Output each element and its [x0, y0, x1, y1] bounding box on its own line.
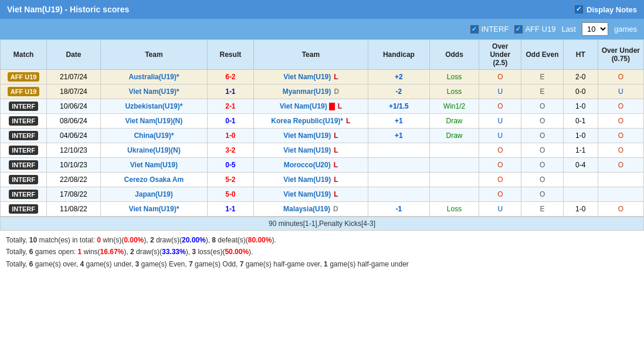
match-score: 1-1	[208, 202, 253, 217]
odds-value	[429, 158, 479, 173]
aff-filter[interactable]: AFF U19	[514, 25, 555, 33]
aff-label: AFF U19	[525, 25, 555, 33]
match-date: 22/08/22	[47, 173, 100, 187]
team1-name: Viet Nam(U19)	[100, 158, 208, 173]
over-under-25-value: O	[479, 70, 521, 85]
badge-label: INTERF	[9, 102, 38, 111]
interf-checkbox[interactable]	[470, 25, 479, 33]
summary-text-part: game(s) under,	[84, 260, 135, 268]
summary-text-part: ),	[124, 248, 130, 256]
odds-value: Loss	[429, 202, 479, 217]
match-badge: INTERF	[1, 202, 47, 217]
badge-label: AFF U19	[8, 72, 40, 82]
header-team1: Team	[100, 40, 208, 70]
summary-text-part: 0	[97, 236, 101, 244]
result-letter: L	[334, 131, 338, 140]
match-score: 0-5	[208, 158, 253, 173]
match-badge: INTERF	[1, 129, 47, 143]
match-date: 17/08/22	[47, 187, 100, 202]
aff-checkbox[interactable]	[514, 25, 523, 33]
over-under-075-value	[598, 187, 643, 202]
summary-text-part: 50.00%	[225, 248, 249, 256]
ht-score: 0-4	[563, 158, 598, 173]
ht-score: 0-0	[563, 85, 598, 99]
team2-name: Viet Nam(U19)	[283, 73, 331, 81]
team1-name: Cerezo Osaka Am	[100, 173, 208, 187]
summary-text-part: 2	[130, 248, 134, 256]
handicap-value: -1	[368, 202, 429, 217]
match-badge: AFF U19	[1, 70, 47, 85]
odd-even-value: O	[521, 158, 564, 173]
team1-name: Japan(U19)	[100, 187, 208, 202]
odds-value: Win1/2	[429, 99, 479, 114]
summary-text-part: ).	[272, 236, 276, 244]
team1-name: Viet Nam(U19)*	[100, 85, 208, 99]
match-badge: AFF U19	[1, 85, 47, 99]
ht-score: 1-0	[563, 202, 598, 217]
table-row: INTERF17/08/22Japan(U19)5-0Viet Nam(U19)…	[1, 187, 644, 202]
red-card-icon	[329, 103, 335, 110]
team2-cell: Viet Nam(U19)L	[253, 143, 368, 158]
interf-filter[interactable]: INTERF	[470, 25, 509, 33]
badge-label: INTERF	[9, 146, 38, 155]
summary-text-part: Totally,	[6, 236, 29, 244]
over-under-075-value	[598, 173, 643, 187]
summary-section: Totally, 10 match(es) in total: 0 win(s)…	[0, 231, 644, 274]
over-under-25-value: O	[479, 143, 521, 158]
over-under-075-value: O	[598, 129, 643, 143]
summary-line: Totally, 6 games open: 1 wins(16.67%), 2…	[6, 246, 638, 258]
result-letter: D	[334, 87, 339, 96]
table-row: INTERF22/08/22Cerezo Osaka Am5-2Viet Nam…	[1, 173, 644, 187]
team2-name: Viet Nam(U19)	[280, 102, 327, 110]
handicap-value	[368, 158, 429, 173]
summary-text-part: loss(es)(	[196, 248, 225, 256]
team2-name: Viet Nam(U19)	[283, 131, 331, 140]
over-under-25-value: U	[479, 202, 521, 217]
team2-name: Viet Nam(U19)	[283, 190, 331, 198]
team1-name: Viet Nam(U19)(N)	[100, 114, 208, 129]
header-odd-even: Odd Even	[521, 40, 564, 70]
odds-value: Loss	[429, 70, 479, 85]
result-letter: D	[333, 205, 338, 213]
summary-text-part: 1	[324, 260, 328, 268]
odd-even-value: O	[521, 187, 564, 202]
handicap-value: -2	[368, 85, 429, 99]
handicap-value: +1	[368, 129, 429, 143]
summary-text-part: games open:	[33, 248, 77, 256]
games-select[interactable]: 10 5 15 20 All	[582, 22, 608, 36]
over-under-075-value: O	[598, 114, 643, 129]
summary-text-part: ),	[144, 236, 150, 244]
ht-score: 1-1	[563, 143, 598, 158]
display-notes-checkbox[interactable]	[575, 5, 583, 14]
handicap-value	[368, 143, 429, 158]
table-row: INTERF08/06/24Viet Nam(U19)(N)0-1Korea R…	[1, 114, 644, 129]
over-under-075-value: O	[598, 202, 643, 217]
over-under-075-value: O	[598, 158, 643, 173]
table-row: INTERF04/06/24China(U19)*1-0Viet Nam(U19…	[1, 129, 644, 143]
header-odds: Odds	[429, 40, 479, 70]
header-result: Result	[208, 40, 253, 70]
header-match: Match	[1, 40, 47, 70]
over-under-075-value: O	[598, 70, 643, 85]
match-date: 10/10/23	[47, 158, 100, 173]
over-under-075-value: O	[598, 143, 643, 158]
team2-name: Morocco(U20)	[284, 161, 331, 169]
team2-cell: Morocco(U20)L	[253, 158, 368, 173]
odd-even-value: O	[521, 129, 564, 143]
match-score: 0-1	[208, 114, 253, 129]
match-score: 5-2	[208, 173, 253, 187]
team2-name: Malaysia(U19)	[283, 205, 330, 213]
match-badge: INTERF	[1, 187, 47, 202]
display-notes-label: Display Notes	[587, 5, 637, 14]
summary-text-part: 33.33%	[162, 248, 186, 256]
odd-even-value: O	[521, 173, 564, 187]
handicap-value: +2	[368, 70, 429, 85]
match-badge: INTERF	[1, 143, 47, 158]
team2-cell: Malaysia(U19)D	[253, 202, 368, 217]
over-under-25-value: U	[479, 129, 521, 143]
match-score: 3-2	[208, 143, 253, 158]
over-under-25-value: O	[479, 99, 521, 114]
summary-text-part: ),	[206, 236, 212, 244]
badge-label: INTERF	[9, 175, 38, 184]
badge-label: INTERF	[9, 131, 38, 140]
